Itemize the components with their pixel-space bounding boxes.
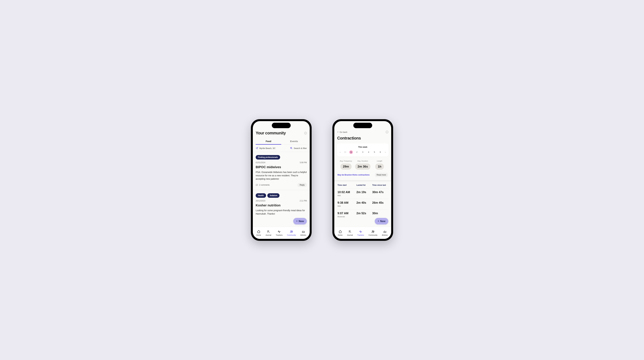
nav-label: Articles [300,234,306,236]
location-selector[interactable]: Myrtle Beach, SC [256,147,276,149]
post-date: 20/12/2023 [256,200,265,202]
row-since: 30m [372,212,388,215]
day-button-selected[interactable]: 1 [349,150,353,154]
nav-label: Trackers [357,234,364,236]
table-header: Time start Lasted for Time since last [337,182,388,188]
row-time: 9:38 AM [338,201,356,205]
row-intensity: Mild [338,195,356,197]
nav-trackers[interactable]: Trackers [357,230,364,236]
svg-point-2 [290,148,291,149]
chevron-left-icon [337,131,339,133]
prev-week-button[interactable]: ‹ [339,151,341,153]
screen-community: Your community i Feed Events Myrtle Beac… [253,121,310,239]
post-tag[interactable]: Judaism [267,193,280,198]
new-post-button[interactable]: + New [293,218,307,225]
nav-community[interactable]: Community [368,230,378,236]
phone-community: Your community i Feed Events Myrtle Beac… [251,119,312,241]
stat-label: Avg. Frequency [338,160,354,162]
contraction-row[interactable]: 9:38 AM Mild 2m 40s 26m 45s [337,199,388,209]
back-button[interactable]: Go back [337,131,347,133]
tab-feed[interactable]: Feed [256,138,281,145]
read-more-button[interactable]: Read more [375,173,388,177]
community-icon [290,230,294,233]
col-header-time: Time start [338,184,356,186]
nav-label: Trackers [276,234,282,236]
row-time: 10:02 AM [338,191,356,194]
phone-trackers: Go back i Contractions This week ‹ 31 1 … [332,119,393,241]
location-text: Myrtle Beach, SC [259,147,276,149]
home-icon [257,230,261,233]
nav-home[interactable]: Home [256,230,261,236]
stat-value: 1h [375,163,384,169]
nav-label: Home [338,234,342,236]
day-button[interactable]: 5 [373,150,376,154]
svg-point-18 [373,231,374,232]
nav-articles[interactable]: Articles [300,230,306,236]
svg-point-0 [290,147,291,148]
plus-icon: + [378,220,379,223]
row-since: 30m 47s [372,191,388,194]
post-meta: 20/12/2023 2:11 PM [256,200,307,202]
nav-label: Articles [382,234,388,236]
day-button[interactable]: 3 [361,150,364,154]
search-filter-button[interactable]: Search & filter [290,147,307,149]
day-button[interactable]: 31 [344,150,347,154]
next-week-button[interactable]: › [384,151,386,153]
nav-home[interactable]: Home [338,230,342,236]
nav-label: Journal [347,234,353,236]
nav-articles[interactable]: Articles [382,230,388,236]
nav-label: Home [256,234,261,236]
filter-row: Myrtle Beach, SC Search & filter [256,145,307,152]
post-title: BIPOC midwives [256,165,307,169]
col-header-since: Time since last [372,184,388,186]
new-contraction-button[interactable]: + New [375,218,388,225]
day-button[interactable]: 2 [355,150,358,154]
note-text: May be Braxton-Hicks contractions [338,174,370,176]
fab-label: New [299,220,304,223]
svg-point-3 [291,148,292,149]
row-intensity: Moderate [338,216,356,218]
nav-community[interactable]: Community [287,230,296,236]
nav-trackers[interactable]: Trackers [276,230,282,236]
row-intensity: Mild [338,205,356,207]
comments-link[interactable]: 2 comments [256,184,270,186]
stat-length: Length 1h [371,160,388,169]
content-area: Go back i Contractions This week ‹ 31 1 … [334,121,391,227]
svg-point-8 [290,231,292,232]
contraction-row[interactable]: 10:02 AM Mild 2m 19s 30m 47s [337,188,388,199]
post-tag[interactable]: Health [256,193,266,198]
post-tag[interactable]: Finding professionals [256,155,280,159]
row-lasted: 2m 52s [356,212,372,215]
nav-journal[interactable]: Journal [347,230,353,236]
post-body: Looking for some pregnant-friendly meal … [256,209,307,216]
comments-count: 2 comments [259,184,270,186]
tab-events[interactable]: Events [281,138,307,144]
bottom-nav: Home Journal Trackers Community Articles [253,227,310,239]
journal-icon [348,230,352,233]
day-button[interactable]: 6 [378,150,382,154]
col-header-lasted: Lasted for [356,184,372,186]
search-filter-label: Search & filter [294,147,307,149]
feed-post[interactable]: Finding professionals 01/01/2024 3:09 PM… [256,152,307,190]
location-icon [256,147,258,149]
info-icon[interactable]: i [386,131,388,133]
reply-button[interactable]: Reply [298,183,307,187]
nav-journal[interactable]: Journal [266,230,271,236]
feed-post[interactable]: Health Judaism 20/12/2023 2:11 PM Kosher… [256,190,307,221]
stat-label: Length [371,160,388,162]
stat-label: Avg. Duration [354,160,371,162]
stat-value: 29m [340,163,352,169]
post-date: 01/01/2024 [256,161,265,164]
post-tags: Health Judaism [256,193,307,198]
svg-point-9 [292,231,292,232]
row-time: 9:07 AM [338,212,356,215]
svg-point-1 [291,147,292,148]
row-since: 26m 45s [372,201,388,205]
post-time: 2:11 PM [300,200,307,202]
info-icon[interactable]: i [304,132,307,134]
fab-label: New [380,220,386,223]
trackers-icon [359,230,362,233]
day-button[interactable]: 4 [367,150,370,154]
week-selector-card: This week ‹ 31 1 2 3 4 5 6 › [337,143,389,156]
filter-icon [290,147,292,149]
